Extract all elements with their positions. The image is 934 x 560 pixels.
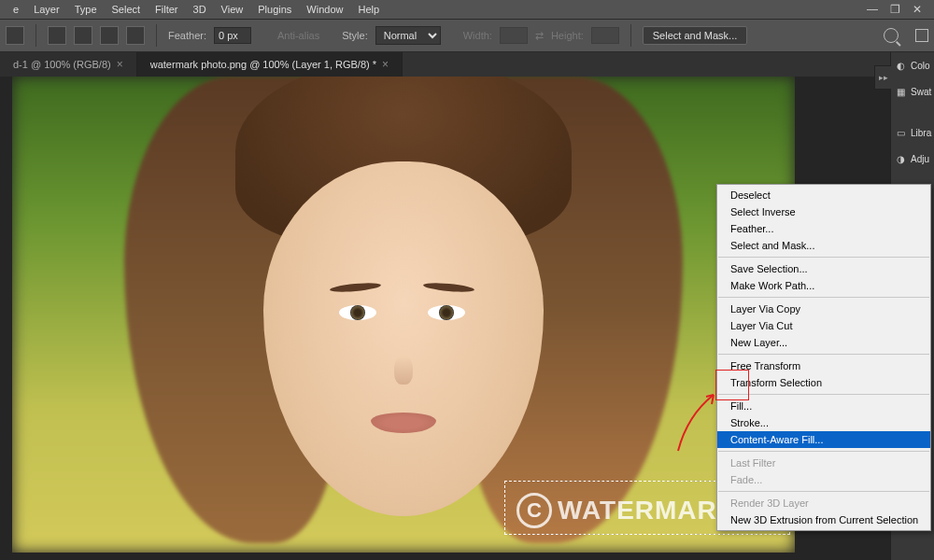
height-input [591, 27, 619, 44]
menu-view[interactable]: View [214, 4, 251, 15]
color-icon: ◐ [897, 58, 905, 73]
context-menu-separator [718, 354, 929, 355]
tab-document-1[interactable]: d-1 @ 100% (RGB/8) × [0, 52, 137, 77]
context-menu-separator [718, 451, 929, 452]
context-menu-item[interactable]: Save Selection... [717, 260, 930, 277]
panel-label: Libra [911, 128, 931, 138]
divider [156, 24, 157, 47]
panel-label: Adju [911, 154, 929, 164]
context-menu-item[interactable]: Layer Via Cut [717, 317, 930, 334]
selection-intersect-icon[interactable] [126, 26, 145, 45]
menu-layer[interactable]: Layer [26, 4, 67, 15]
tab-document-2[interactable]: watermark photo.png @ 100% (Layer 1, RGB… [137, 52, 403, 77]
context-menu-item[interactable]: Free Transform [717, 357, 930, 374]
panel-color[interactable]: ◐Colo [891, 52, 934, 78]
context-menu: DeselectSelect InverseFeather...Select a… [716, 184, 931, 531]
tab-label: d-1 @ 100% (RGB/8) [13, 59, 111, 70]
context-menu-separator [718, 297, 929, 298]
adjustments-icon: ◑ [897, 151, 905, 166]
panel-collapse-icon[interactable]: ▸▸ [874, 65, 891, 90]
context-menu-item[interactable]: Fill... [717, 398, 930, 414]
menu-plugins[interactable]: Plugins [250, 4, 299, 15]
context-menu-item[interactable]: New Layer... [717, 334, 930, 351]
panel-label: Swat [911, 87, 931, 97]
share-icon[interactable] [915, 29, 928, 42]
swatches-icon: ▦ [897, 84, 905, 99]
context-menu-separator [718, 257, 929, 258]
divider [35, 24, 36, 47]
feather-input[interactable] [214, 27, 251, 44]
options-bar: Feather: Anti-alias Style: Normal Width:… [0, 19, 934, 52]
panel-libraries[interactable]: ▭Libra [891, 119, 934, 146]
tab-close-icon[interactable]: × [117, 58, 123, 71]
context-menu-item: Last Filter [717, 455, 930, 471]
swap-icon: ⇄ [535, 30, 544, 42]
window-controls: — ❐ ✕ [861, 1, 928, 18]
context-menu-item[interactable]: Select and Mask... [717, 237, 930, 254]
feather-label: Feather: [168, 30, 206, 41]
tab-close-icon[interactable]: × [382, 58, 389, 71]
selection-add-icon[interactable] [74, 26, 92, 45]
menu-edit[interactable]: e [6, 4, 26, 15]
document-tabs: d-1 @ 100% (RGB/8) × watermark photo.png… [0, 52, 934, 77]
minimize-button[interactable]: — [861, 1, 884, 18]
menu-window[interactable]: Window [299, 4, 350, 15]
selection-new-icon[interactable] [48, 26, 66, 45]
style-select[interactable]: Normal [375, 26, 441, 45]
divider [630, 24, 631, 47]
marquee-tool-icon[interactable] [6, 26, 24, 45]
panel-label: Colo [911, 61, 930, 71]
context-menu-item[interactable]: Content-Aware Fill... [717, 431, 930, 448]
context-menu-item[interactable]: Make Work Path... [717, 277, 930, 294]
panel-adjustments[interactable]: ◑Adju [891, 146, 934, 172]
width-input [500, 27, 528, 44]
context-menu-item[interactable]: Select Inverse [717, 203, 930, 220]
canvas[interactable]: C WATERMARK [12, 77, 795, 553]
style-label: Style: [342, 30, 368, 41]
selection-subtract-icon[interactable] [100, 26, 119, 45]
menubar: e Layer Type Select Filter 3D View Plugi… [0, 0, 934, 19]
menu-type[interactable]: Type [67, 4, 105, 15]
context-menu-separator [718, 491, 929, 492]
select-and-mask-button[interactable]: Select and Mask... [643, 26, 748, 45]
restore-button[interactable]: ❐ [884, 1, 906, 18]
context-menu-item[interactable]: Transform Selection [717, 374, 930, 391]
context-menu-separator [718, 394, 929, 395]
close-button[interactable]: ✕ [906, 1, 928, 18]
context-menu-item[interactable]: Layer Via Copy [717, 301, 930, 317]
antialias-checkbox: Anti-alias [277, 30, 319, 41]
menu-filter[interactable]: Filter [148, 4, 185, 15]
menu-help[interactable]: Help [350, 4, 387, 15]
width-label: Width: [463, 30, 492, 41]
menu-3d[interactable]: 3D [186, 4, 214, 15]
context-menu-item[interactable]: Deselect [717, 187, 930, 203]
height-label: Height: [551, 30, 584, 41]
menu-select[interactable]: Select [105, 4, 149, 15]
tab-label: watermark photo.png @ 100% (Layer 1, RGB… [150, 59, 376, 70]
search-icon[interactable] [884, 28, 899, 43]
context-menu-item[interactable]: Stroke... [717, 414, 930, 431]
context-menu-item[interactable]: Feather... [717, 220, 930, 237]
context-menu-item: Fade... [717, 471, 930, 488]
panel-swatches[interactable]: ▦Swat [891, 78, 934, 105]
context-menu-item[interactable]: New 3D Extrusion from Current Selection [717, 511, 930, 528]
libraries-icon: ▭ [897, 125, 905, 140]
context-menu-item: Render 3D Layer [717, 495, 930, 511]
